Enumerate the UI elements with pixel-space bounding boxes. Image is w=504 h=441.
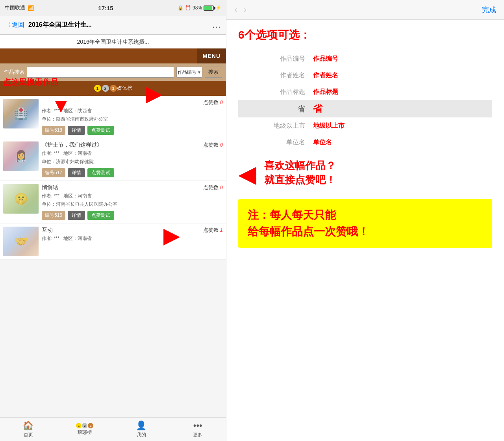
item-content: 《护士节，我们这样过》 点赞数 0 作者: *** 地区：河南省 单位：济源市妇… (42, 141, 223, 177)
item-unit: 单位：济源市妇幼保健院 (42, 158, 223, 165)
item-author: 作者: *** 地区：河南省 (42, 193, 223, 199)
left-panel: 中国联通 📶 17:15 🔒 ⏰ 98% ⚡ 〈 返回 2016年全国卫生计生.… (0, 0, 226, 441)
search-input[interactable] (27, 67, 174, 78)
search-type-dropdown[interactable]: 作品编号 ▼ (176, 67, 202, 78)
detail-button[interactable]: 详情 (68, 126, 85, 135)
item-actions: 编号517 详情 点赞测试 (42, 168, 223, 177)
item-thumbnail: 🏥 (3, 99, 39, 128)
detail-button[interactable]: 详情 (68, 211, 85, 220)
search-label: 作品搜索 (4, 69, 24, 76)
tag-button[interactable]: 编号518 (42, 126, 65, 135)
options-title: 6个选项可选： (238, 28, 492, 43)
item-content: 悄悄话 点赞数 0 作者: *** 地区：河南省 单位：河南省长垣县人民医院办公… (42, 184, 223, 220)
status-bar-left: 中国联通 📶 (5, 4, 34, 11)
like-button[interactable]: 点赞测试 (87, 126, 114, 135)
tab-more-label: 更多 (193, 432, 202, 438)
rank-badge-gold: 1 (94, 85, 101, 92)
option-label-right[interactable]: 作品标题 (309, 84, 492, 100)
tag-button[interactable]: 编号516 (42, 211, 65, 220)
tab-home[interactable]: 🏠 首页 (0, 418, 57, 441)
options-section: 6个选项可选： 作品编号 作品编号 作者姓名 作者姓名 作品标题 作品标题 省 … (226, 20, 504, 154)
item-thumbnail: 🤫 (3, 184, 39, 214)
dropdown-arrow-icon: ▼ (197, 70, 201, 74)
done-button[interactable]: 完成 (482, 5, 496, 15)
interact-icon: 🤝 (14, 235, 28, 248)
search-button[interactable]: 搜索 (205, 67, 222, 78)
tab-mine-label: 我的 (137, 432, 146, 438)
tab-media-label: 媒体榜 (117, 85, 132, 92)
page-header: 2016年全国卫生计生系统摄... (0, 35, 226, 48)
item-title: 《护士节，我们这样过》 (42, 141, 102, 149)
back-arrow-button[interactable]: ‹ (234, 5, 237, 15)
rank-badge-bronze: 3 (110, 85, 117, 92)
options-table: 作品编号 作品编号 作者姓名 作者姓名 作品标题 作品标题 省 省 地级以上市 (238, 50, 492, 151)
option-label-province-left: 省 (238, 100, 309, 117)
bottom-tab-bar: 🏠 首页 1 2 3 琅琊榜 👤 我的 ••• 更多 (0, 417, 226, 441)
option-label-province-right[interactable]: 省 (309, 100, 492, 117)
medical-icon: 🏥 (14, 107, 28, 120)
battery-percent: 98% (193, 5, 202, 11)
like-arrow-icon: ◀ (238, 162, 256, 186)
option-label-left: 作品编号 (238, 50, 309, 67)
item-author: 作者: *** 地区：陕西省 (42, 108, 223, 114)
tab-media-rank[interactable]: 1 2 3 媒体榜 (0, 81, 226, 96)
item-title-row: 互动 点赞数 1 (42, 227, 223, 234)
battery-fill (204, 6, 212, 10)
item-author: 作者: *** 地区：河南省 (42, 235, 223, 242)
detail-button[interactable]: 详情 (68, 168, 85, 177)
carrier-label: 中国联通 (5, 4, 25, 11)
tab-mine[interactable]: 👤 我的 (113, 418, 170, 441)
option-label-right[interactable]: 单位名 (309, 134, 492, 151)
like-annotation-area: ◀ 喜欢这幅作品？就直接点赞吧！ (226, 154, 504, 191)
rank-badge-silver: 2 (102, 85, 109, 92)
tab-bar: 1 2 3 媒体榜 (0, 81, 226, 96)
user-icon: 👤 (136, 421, 146, 431)
option-row: 作品标题 作品标题 (238, 84, 492, 100)
item-title-row: 点赞数 0 (42, 99, 223, 106)
content-list: 🏥 点赞数 0 作者: *** 地区：陕西省 单位：陕西省渭南市政府办公室 编号… (0, 96, 226, 417)
back-button[interactable]: 〈 返回 (5, 21, 24, 29)
item-actions: 编号518 详情 点赞测试 (42, 126, 223, 135)
tab-rank[interactable]: 1 2 3 琅琊榜 (57, 418, 113, 441)
option-label-right[interactable]: 作者姓名 (309, 67, 492, 84)
item-unit: 单位：河南省长垣县人民医院办公室 (42, 201, 223, 208)
like-count-number: 0 (220, 99, 223, 105)
item-content: 互动 点赞数 1 作者: *** 地区：河南省 (42, 227, 223, 256)
list-item: 👩‍⚕️ 《护士节，我们这样过》 点赞数 0 作者: *** 地区：河南省 单位… (0, 138, 226, 181)
notice-text: 注：每人每天只能给每幅作品点一次赞哦！ (248, 207, 483, 240)
option-label-left: 作者姓名 (238, 67, 309, 84)
page-title: 2016年全国卫生计生... (28, 21, 208, 29)
like-count-number: 0 (220, 142, 223, 148)
list-item: 🏥 点赞数 0 作者: *** 地区：陕西省 单位：陕西省渭南市政府办公室 编号… (0, 96, 226, 138)
option-label-right[interactable]: 地级以上市 (309, 117, 492, 134)
item-author: 作者: *** 地区：河南省 (42, 150, 223, 157)
notice-section: 注：每人每天只能给每幅作品点一次赞哦！ (238, 199, 492, 248)
item-actions: 编号516 详情 点赞测试 (42, 211, 223, 220)
whisper-icon: 🤫 (14, 192, 28, 205)
more-button[interactable]: ... (212, 20, 221, 30)
menu-strip: MENU (0, 48, 226, 63)
like-annotation-text: 喜欢这幅作品？就直接点赞吧！ (264, 158, 336, 187)
more-dots-icon: ••• (193, 421, 202, 431)
option-row: 作者姓名 作者姓名 (238, 67, 492, 84)
forward-arrow-button[interactable]: › (243, 5, 246, 15)
option-row-highlighted: 省 省 (238, 100, 492, 117)
nav-bar: 〈 返回 2016年全国卫生计生... ... (0, 16, 226, 35)
search-bar: 作品搜索 作品编号 ▼ 搜索 (0, 63, 226, 81)
rank-mini-badges: 1 2 3 (76, 423, 93, 428)
option-label-right[interactable]: 作品编号 (309, 50, 492, 67)
like-button[interactable]: 点赞测试 (87, 211, 114, 220)
rank-badges: 1 2 3 (94, 85, 117, 92)
tag-button[interactable]: 编号517 (42, 168, 65, 177)
back-label: 返回 (12, 21, 24, 29)
right-content: 6个选项可选： 作品编号 作品编号 作者姓名 作者姓名 作品标题 作品标题 省 … (226, 20, 504, 441)
nurse-icon: 👩‍⚕️ (14, 150, 28, 163)
like-count-number: 1 (220, 227, 223, 233)
menu-button[interactable]: MENU (197, 48, 226, 63)
like-button[interactable]: 点赞测试 (87, 168, 114, 177)
like-count: 点赞数 0 (203, 184, 223, 191)
search-type-label: 作品编号 (178, 69, 196, 76)
option-label-left: 地级以上市 (238, 117, 309, 134)
tab-more[interactable]: ••• 更多 (170, 418, 226, 441)
alarm-icon: ⏰ (185, 5, 191, 11)
